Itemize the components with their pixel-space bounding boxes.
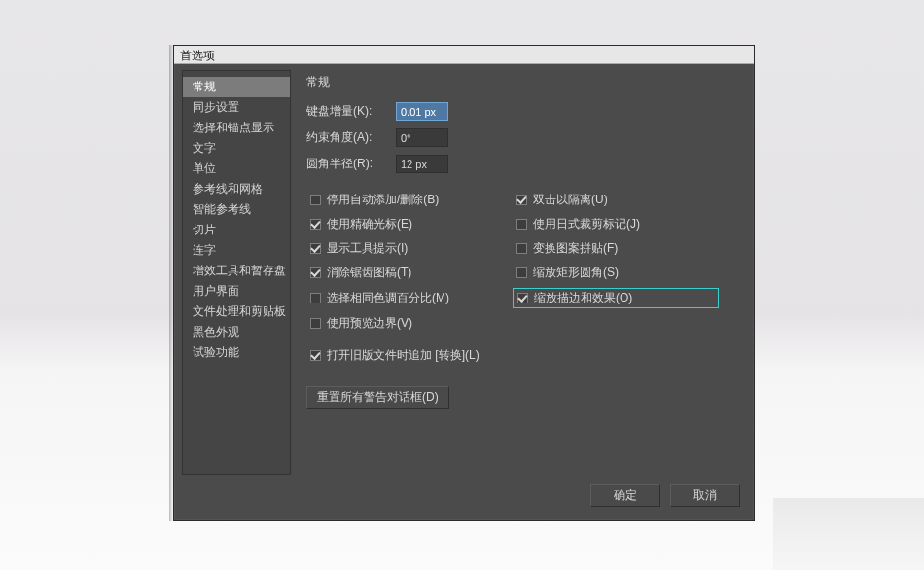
- checkbox-label: 消除锯齿图稿(T): [327, 265, 411, 281]
- checkbox-label: 双击以隔离(U): [533, 192, 608, 208]
- sidebar-item-hyphenation[interactable]: 连字: [183, 240, 290, 261]
- opt-scale-strokes-effects[interactable]: 缩放描边和效果(O): [513, 288, 719, 308]
- sidebar-item-general[interactable]: 常规: [183, 77, 290, 97]
- opt-select-same-tint[interactable]: 选择相同色调百分比(M): [306, 288, 513, 308]
- opt-anti-aliased-artwork[interactable]: 消除锯齿图稿(T): [306, 264, 513, 282]
- sidebar-item-file-clipboard[interactable]: 文件处理和剪贴板: [183, 302, 290, 322]
- sidebar-item-units[interactable]: 单位: [183, 159, 290, 179]
- sidebar-item-slices[interactable]: 切片: [183, 220, 290, 240]
- opt-transform-pattern-tiles[interactable]: 变换图案拼贴(F): [513, 239, 719, 258]
- checkbox-label: 使用预览边界(V): [327, 315, 412, 332]
- keyboard-increment-label: 键盘增量(K):: [306, 103, 396, 120]
- checkbox-label: 使用精确光标(E): [327, 216, 412, 232]
- corner-radius-input[interactable]: [396, 155, 448, 173]
- checkbox-label: 打开旧版文件时追加 [转换](L): [327, 347, 480, 364]
- opt-scale-rectangle-corners[interactable]: 缩放矩形圆角(S): [513, 264, 719, 282]
- sidebar-item-selection-anchor[interactable]: 选择和锚点显示: [183, 118, 290, 138]
- checkbox-icon: [310, 243, 321, 254]
- opt-use-preview-bounds[interactable]: 使用预览边界(V): [306, 314, 513, 333]
- opt-append-converted-legacy[interactable]: 打开旧版文件时追加 [转换](L): [306, 346, 740, 365]
- checkbox-icon: [310, 293, 321, 303]
- checkbox-icon: [517, 293, 528, 303]
- dialog-footer: 确定 取消: [174, 475, 754, 520]
- checkbox-icon: [310, 267, 321, 278]
- cancel-button[interactable]: 取消: [670, 484, 740, 507]
- corner-radius-label: 圆角半径(R):: [306, 156, 396, 172]
- keyboard-increment-input[interactable]: [396, 102, 448, 121]
- sidebar-item-type[interactable]: 文字: [183, 138, 290, 159]
- sidebar-item-smart-guides[interactable]: 智能参考线: [183, 199, 290, 220]
- panel-title: 常规: [306, 74, 740, 90]
- sidebar-item-sync-settings[interactable]: 同步设置: [183, 97, 290, 118]
- checkbox-label: 停用自动添加/删除(B): [327, 192, 439, 208]
- sidebar-item-plugins-scratch[interactable]: 增效工具和暂存盘: [183, 261, 290, 281]
- checkbox-icon: [310, 195, 321, 205]
- opt-double-click-isolate[interactable]: 双击以隔离(U): [513, 191, 719, 209]
- checkbox-label: 变换图案拼贴(F): [533, 240, 618, 257]
- dialog-body: 常规 同步设置 选择和锚点显示 文字 单位 参考线和网格 智能参考线 切片 连字…: [174, 64, 754, 475]
- preferences-dialog: 首选项 常规 同步设置 选择和锚点显示 文字 单位 参考线和网格 智能参考线 切…: [173, 45, 755, 521]
- checkbox-label: 选择相同色调百分比(M): [327, 290, 449, 306]
- checkbox-icon: [310, 350, 321, 361]
- sidebar-item-experimental[interactable]: 试验功能: [183, 342, 290, 363]
- checkbox-label: 使用日式裁剪标记(J): [533, 216, 640, 232]
- checkbox-label: 缩放矩形圆角(S): [533, 265, 619, 281]
- checkbox-icon: [516, 243, 527, 254]
- sidebar-item-black-appearance[interactable]: 黑色外观: [183, 322, 290, 342]
- checkbox-icon: [516, 219, 527, 230]
- checkbox-icon: [310, 318, 321, 329]
- sidebar-item-user-interface[interactable]: 用户界面: [183, 281, 290, 302]
- constraint-angle-label: 约束角度(A):: [306, 129, 396, 146]
- checkbox-icon: [516, 195, 527, 205]
- checkbox-icon: [310, 219, 321, 230]
- checkbox-label: 缩放描边和效果(O): [534, 290, 632, 306]
- ok-button[interactable]: 确定: [590, 484, 660, 507]
- checkbox-label: 显示工具提示(I): [327, 240, 408, 257]
- category-sidebar: 常规 同步设置 选择和锚点显示 文字 单位 参考线和网格 智能参考线 切片 连字…: [182, 70, 291, 475]
- checkbox-grid: 停用自动添加/删除(B) 双击以隔离(U) 使用精确光标(E) 使用日式裁剪标记…: [306, 191, 740, 333]
- sidebar-item-guides-grid[interactable]: 参考线和网格: [183, 179, 290, 199]
- checkbox-icon: [516, 267, 527, 278]
- opt-disable-auto-add-remove[interactable]: 停用自动添加/删除(B): [306, 191, 513, 209]
- opt-precise-cursors[interactable]: 使用精确光标(E): [306, 215, 513, 233]
- reset-warnings-button[interactable]: 重置所有警告对话框(D): [306, 386, 449, 409]
- general-panel: 常规 键盘增量(K): 约束角度(A): 圆角半径(R): 停用自动添加/删除(…: [301, 70, 746, 475]
- constraint-angle-input[interactable]: [396, 128, 448, 147]
- opt-show-tool-tips[interactable]: 显示工具提示(I): [306, 239, 513, 258]
- opt-japanese-crop-marks[interactable]: 使用日式裁剪标记(J): [513, 215, 719, 233]
- desktop-shadow: [773, 498, 924, 570]
- dialog-title: 首选项: [174, 46, 754, 64]
